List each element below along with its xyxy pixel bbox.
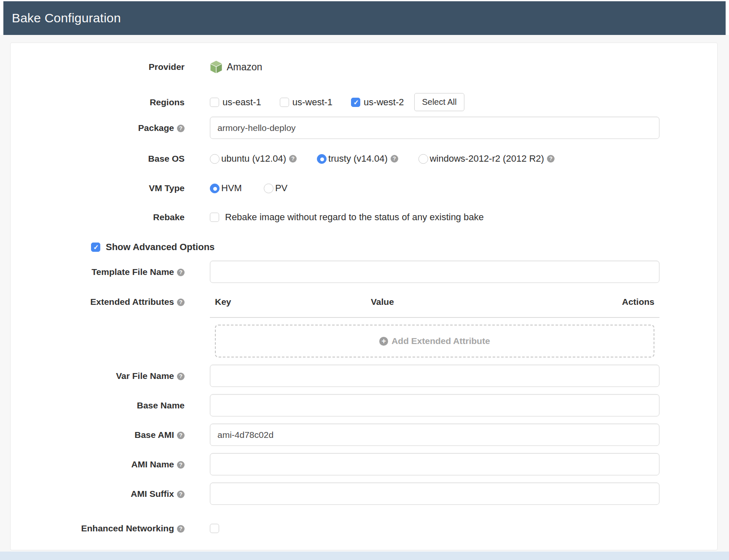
- column-header-key: Key: [215, 297, 371, 307]
- vm-type-label: VM Type: [11, 183, 185, 193]
- show-advanced-label: Show Advanced Options: [106, 242, 214, 253]
- base-os-option-label: ubuntu (v12.04): [221, 153, 286, 164]
- regions-row: Regions us-east-1 us-west-1 us-west-2 Se…: [11, 93, 717, 111]
- bottom-strip: [0, 552, 729, 560]
- base-os-radio-ubuntu[interactable]: [210, 154, 220, 164]
- add-extended-attribute-container: Add Extended Attribute: [210, 325, 659, 357]
- base-os-radio-trusty[interactable]: [317, 154, 327, 164]
- regions-label: Regions: [11, 97, 185, 107]
- region-checkbox-us-west-2[interactable]: [351, 98, 360, 107]
- add-extended-attribute-button[interactable]: Add Extended Attribute: [215, 325, 654, 357]
- help-icon[interactable]: [289, 155, 297, 163]
- select-all-button[interactable]: Select All: [414, 93, 464, 111]
- help-icon[interactable]: [177, 432, 185, 439]
- ami-name-row: AMI Name: [11, 453, 717, 475]
- template-file-name-label: Template File Name: [11, 267, 185, 277]
- enhanced-networking-row: Enhanced Networking: [11, 520, 717, 537]
- provider-row: Provider Amazon: [11, 59, 717, 75]
- base-name-label: Base Name: [11, 400, 185, 411]
- help-icon[interactable]: [177, 269, 185, 276]
- provider-label: Provider: [11, 61, 185, 72]
- var-file-name-label: Var File Name: [11, 371, 185, 381]
- base-os-option-windows: windows-2012-r2 (2012 R2): [418, 153, 555, 164]
- help-icon[interactable]: [547, 155, 555, 163]
- help-icon[interactable]: [177, 491, 185, 498]
- region-option-label: us-west-1: [292, 97, 332, 108]
- base-os-option-label: windows-2012-r2 (2012 R2): [430, 153, 544, 164]
- show-advanced-checkbox[interactable]: [91, 243, 100, 252]
- help-icon[interactable]: [177, 525, 185, 533]
- region-checkbox-us-west-1[interactable]: [280, 98, 289, 107]
- region-option-us-west-2: us-west-2: [351, 97, 404, 108]
- help-icon[interactable]: [391, 155, 398, 163]
- table-header-divider: [210, 317, 659, 318]
- help-icon[interactable]: [177, 125, 185, 132]
- enhanced-networking-checkbox[interactable]: [210, 524, 219, 533]
- rebake-option: Rebake image without regard to the statu…: [210, 212, 484, 223]
- base-os-option-label: trusty (v14.04): [328, 153, 388, 164]
- base-name-row: Base Name: [11, 394, 717, 416]
- help-icon[interactable]: [177, 299, 185, 306]
- page-title: Bake Configuration: [12, 11, 121, 25]
- base-ami-label: Base AMI: [11, 429, 185, 440]
- ami-suffix-label: AMI Suffix: [11, 488, 185, 499]
- template-file-name-input[interactable]: [210, 261, 659, 283]
- vm-type-radio-hvm[interactable]: [210, 184, 220, 193]
- base-ami-input[interactable]: [210, 424, 659, 446]
- extended-attributes-row: Extended Attributes Key Value Actions: [11, 293, 717, 310]
- ami-name-input[interactable]: [210, 453, 659, 475]
- rebake-checkbox[interactable]: [210, 213, 219, 222]
- var-file-name-row: Var File Name: [11, 365, 717, 387]
- ami-suffix-input[interactable]: [210, 483, 659, 505]
- extended-attributes-label: Extended Attributes: [11, 296, 185, 307]
- bake-configuration-card: Provider Amazon Regions us-east-1 us-wes…: [10, 43, 718, 550]
- vm-type-option-label: PV: [275, 183, 287, 194]
- template-file-name-row: Template File Name: [11, 261, 717, 283]
- show-advanced-row: Show Advanced Options: [11, 239, 717, 256]
- region-option-us-west-1: us-west-1: [280, 97, 332, 108]
- vm-type-option-pv: PV: [264, 183, 287, 194]
- vm-type-row: VM Type HVM PV: [11, 180, 717, 197]
- modal-header: Bake Configuration: [3, 1, 726, 35]
- help-icon[interactable]: [177, 461, 185, 469]
- extended-attributes-table-header: Key Value Actions: [210, 297, 659, 307]
- page-top-margin: Bake Configuration: [0, 0, 729, 35]
- add-extended-attribute-label: Add Extended Attribute: [391, 336, 490, 346]
- vm-type-radio-pv[interactable]: [264, 184, 273, 193]
- package-input[interactable]: [210, 117, 659, 139]
- vm-type-option-hvm: HVM: [210, 183, 242, 194]
- help-icon[interactable]: [177, 373, 185, 380]
- base-name-input[interactable]: [210, 394, 659, 416]
- package-row: Package: [11, 117, 717, 139]
- column-header-actions: Actions: [622, 297, 654, 307]
- region-option-us-east-1: us-east-1: [210, 97, 261, 108]
- base-ami-row: Base AMI: [11, 424, 717, 446]
- package-label: Package: [11, 123, 185, 133]
- ami-name-label: AMI Name: [11, 459, 185, 469]
- base-os-label: Base OS: [11, 153, 185, 164]
- aws-cube-icon: [210, 60, 222, 74]
- enhanced-networking-label: Enhanced Networking: [11, 523, 185, 533]
- base-os-radio-windows[interactable]: [418, 154, 428, 164]
- vm-type-option-label: HVM: [221, 183, 242, 194]
- rebake-label: Rebake: [11, 212, 185, 222]
- base-os-option-trusty: trusty (v14.04): [317, 153, 398, 164]
- provider-value: Amazon: [227, 61, 262, 73]
- plus-icon: [379, 337, 388, 346]
- rebake-checkbox-label: Rebake image without regard to the statu…: [225, 212, 484, 223]
- var-file-name-input[interactable]: [210, 365, 659, 387]
- base-os-row: Base OS ubuntu (v12.04) trusty (v14.04) …: [11, 150, 717, 167]
- ami-suffix-row: AMI Suffix: [11, 483, 717, 505]
- base-os-option-ubuntu: ubuntu (v12.04): [210, 153, 297, 164]
- region-option-label: us-west-2: [364, 97, 404, 108]
- region-option-label: us-east-1: [222, 97, 261, 108]
- column-header-value: Value: [371, 297, 622, 307]
- region-checkbox-us-east-1[interactable]: [210, 98, 219, 107]
- rebake-row: Rebake Rebake image without regard to th…: [11, 209, 717, 226]
